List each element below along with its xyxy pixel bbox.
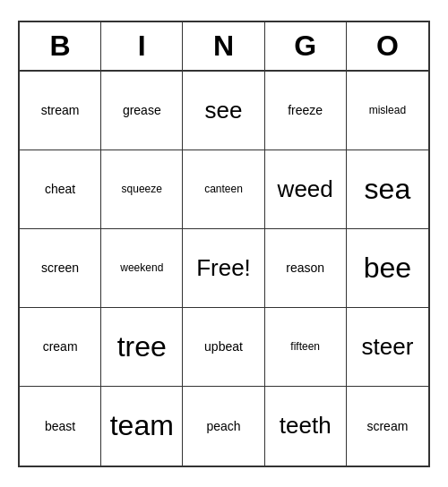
cell-text: Free!: [196, 254, 251, 282]
cell-text: sea: [365, 173, 411, 206]
cell-text: grease: [123, 103, 161, 117]
bingo-cell: reason: [265, 229, 347, 308]
bingo-cell: upbeat: [183, 308, 264, 387]
bingo-cell: fifteen: [265, 308, 347, 387]
bingo-grid: streamgreaseseefreezemisleadcheatsqueeze…: [20, 72, 428, 466]
bingo-cell: weed: [265, 150, 347, 229]
cell-text: canteen: [204, 183, 243, 195]
cell-text: stream: [41, 103, 80, 117]
bingo-cell: mislead: [347, 72, 428, 150]
cell-text: weed: [278, 175, 333, 203]
cell-text: fifteen: [290, 340, 320, 353]
cell-text: freeze: [288, 103, 323, 117]
header-letter: O: [347, 22, 428, 70]
bingo-cell: teeth: [265, 387, 347, 466]
bingo-cell: squeeze: [101, 150, 183, 229]
bingo-cell: steer: [347, 308, 428, 387]
bingo-header: BINGO: [20, 22, 428, 72]
bingo-cell: tree: [101, 308, 183, 387]
bingo-cell: canteen: [183, 150, 264, 229]
bingo-cell: beast: [20, 387, 101, 466]
bingo-cell: freeze: [265, 72, 347, 150]
cell-text: team: [110, 409, 174, 442]
header-letter: B: [20, 22, 101, 70]
cell-text: weekend: [120, 261, 163, 274]
bingo-cell: screen: [20, 229, 101, 308]
cell-text: squeeze: [122, 183, 162, 195]
bingo-cell: see: [183, 72, 264, 150]
bingo-cell: weekend: [101, 229, 183, 308]
cell-text: screen: [41, 261, 79, 275]
bingo-cell: cream: [20, 308, 101, 387]
bingo-cell: bee: [347, 229, 428, 308]
header-letter: I: [101, 22, 183, 70]
cell-text: mislead: [369, 104, 406, 116]
bingo-cell: stream: [20, 72, 101, 150]
cell-text: reason: [286, 261, 324, 275]
cell-text: bee: [364, 252, 411, 285]
header-letter: N: [183, 22, 264, 70]
cell-text: upbeat: [204, 339, 243, 354]
bingo-card: BINGO streamgreaseseefreezemisleadcheats…: [18, 21, 430, 467]
bingo-cell: scream: [347, 387, 428, 466]
cell-text: beast: [45, 419, 75, 433]
cell-text: cheat: [45, 182, 75, 196]
cell-text: see: [205, 97, 243, 124]
cell-text: peach: [206, 419, 240, 433]
bingo-cell: sea: [347, 150, 428, 229]
cell-text: tree: [117, 330, 167, 363]
cell-text: steer: [361, 333, 413, 361]
bingo-cell: team: [101, 387, 183, 466]
bingo-cell: Free!: [183, 229, 264, 308]
cell-text: cream: [43, 339, 78, 354]
bingo-cell: cheat: [20, 150, 101, 229]
bingo-cell: grease: [101, 72, 183, 150]
cell-text: scream: [366, 419, 408, 433]
bingo-cell: peach: [183, 387, 264, 466]
cell-text: teeth: [280, 412, 332, 440]
header-letter: G: [265, 22, 347, 70]
